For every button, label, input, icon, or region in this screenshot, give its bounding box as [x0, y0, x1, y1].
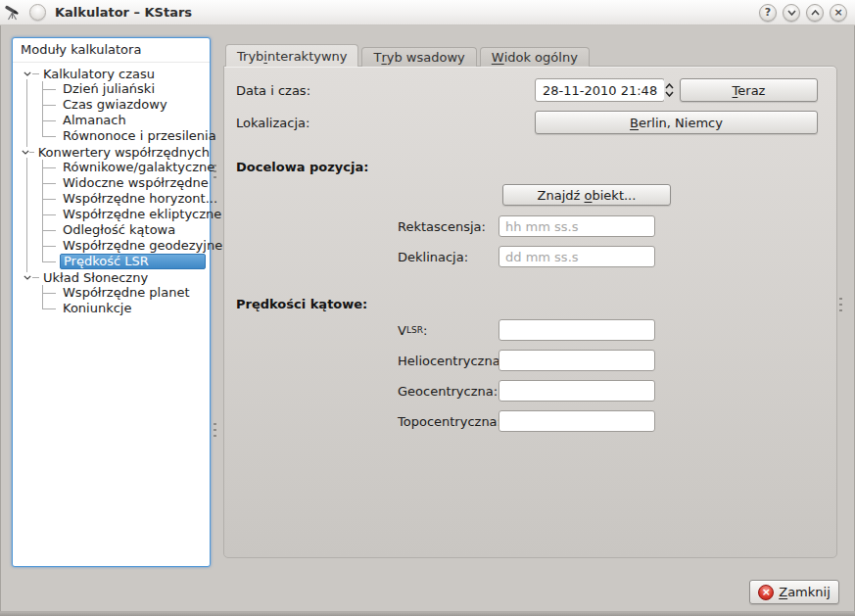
- splitter-handle[interactable]: [214, 423, 216, 437]
- geocentric-label: Geocentryczna:: [398, 380, 498, 402]
- right-ascension-label: Rektascensja:: [398, 215, 486, 237]
- tab-overview[interactable]: Widok ogólny: [480, 47, 590, 67]
- geocentric-input[interactable]: [499, 380, 655, 402]
- chevron-down-icon[interactable]: [22, 272, 32, 283]
- window-resize-handle[interactable]: [839, 298, 842, 311]
- target-position-section-label: Docelowa pozycja:: [236, 159, 368, 174]
- tab-interactive-mode[interactable]: Tryb interaktywny: [225, 44, 358, 67]
- tree-item-equinoxes-solstices[interactable]: Równonoce i przesilenia: [43, 128, 210, 144]
- tree-branch-tick: [29, 152, 34, 153]
- module-tree: Kalkulatory czasu Dzień juliański Czas g…: [13, 63, 210, 316]
- tree-item-julian-day[interactable]: Dzień juliański: [43, 81, 210, 97]
- module-tree-panel: Moduły kalkulatora Kalkulatory czasu Dzi…: [12, 37, 211, 567]
- tree-item-ecliptic-coordinates[interactable]: Współrzędne ekliptyczne: [43, 207, 210, 222]
- datetime-label: Data i czas:: [236, 78, 310, 102]
- tree-item-apparent-coordinates[interactable]: Widoczne współrzędne: [43, 175, 210, 191]
- datetime-spinner[interactable]: 28-11-2010 21:48: [535, 78, 665, 102]
- tree-children: Równikowe/galaktyczne Widoczne współrzęd…: [42, 160, 210, 269]
- titlebar[interactable]: Kalkulator – KStars ? ×: [0, 0, 855, 25]
- kstars-calculator-window: Kalkulator – KStars ? × Moduły kalkulato…: [0, 0, 855, 616]
- window-bottom-edge: [0, 611, 855, 616]
- chevron-down-icon: [787, 10, 796, 16]
- tree-group-row-time-calculators[interactable]: Kalkulatory czasu: [22, 66, 210, 81]
- declination-input[interactable]: [499, 246, 655, 267]
- tab-content-interactive: Data i czas: 28-11-2010 21:48 Teraz Loka…: [223, 66, 837, 558]
- topocentric-input[interactable]: [499, 410, 655, 432]
- tab-batch-mode[interactable]: Tryb wsadowy: [361, 47, 476, 67]
- tree-group-row-solar-system[interactable]: Układ Słoneczny: [22, 269, 210, 285]
- tree-group-label[interactable]: Układ Słoneczny: [43, 270, 148, 285]
- find-object-button[interactable]: Znajdź obiekt...: [502, 184, 671, 206]
- maximize-button[interactable]: [806, 4, 824, 22]
- close-icon: ×: [758, 585, 774, 600]
- window-menu-button[interactable]: [29, 4, 46, 21]
- tree-branch-tick: [32, 277, 39, 278]
- tree-header: Moduły kalkulatora: [13, 38, 210, 63]
- tree-item-lsr-velocity[interactable]: Prędkość LSR: [43, 254, 210, 269]
- tree-group-coordinate-converters: Konwertery współrzędnych Równikowe/galak…: [22, 144, 210, 269]
- chevron-down-icon[interactable]: [22, 69, 32, 79]
- tree-item-sidereal-time[interactable]: Czas gwiazdowy: [43, 97, 210, 113]
- tree-group-row-coordinate-converters[interactable]: Konwertery współrzędnych: [22, 144, 210, 160]
- tree-group-label[interactable]: Konwertery współrzędnych: [38, 145, 210, 160]
- tree-branch-tick: [32, 73, 39, 74]
- heliocentric-input[interactable]: [499, 350, 655, 371]
- location-button[interactable]: Berlin, Niemcy: [535, 111, 818, 134]
- tree-item-equatorial-galactic[interactable]: Równikowe/galaktyczne: [43, 160, 210, 175]
- now-button[interactable]: Teraz: [680, 78, 818, 102]
- window-close-button[interactable]: ×: [830, 4, 847, 22]
- shade-button[interactable]: [783, 4, 800, 22]
- close-dialog-button[interactable]: × Zamknij: [749, 580, 839, 604]
- tree-group-time-calculators: Kalkulatory czasu Dzień juliański Czas g…: [22, 66, 210, 144]
- tree-item-planet-coordinates[interactable]: Współrzędne planet: [43, 285, 210, 301]
- declination-label: Deklinacja:: [398, 246, 468, 267]
- kstars-telescope-icon: [4, 4, 22, 22]
- window-title: Kalkulator – KStars: [55, 5, 192, 20]
- tree-item-almanac[interactable]: Almanach: [43, 113, 210, 128]
- datetime-value[interactable]: 28-11-2010 21:48: [536, 83, 664, 98]
- spin-up-icon[interactable]: [665, 83, 674, 89]
- angular-velocities-section-label: Prędkości kątowe:: [236, 296, 367, 311]
- tree-item-angular-distance[interactable]: Odległość kątowa: [43, 222, 210, 238]
- heliocentric-label: Heliocentryczna:: [398, 350, 504, 371]
- location-label: Lokalizacja:: [236, 111, 309, 134]
- tree-item-horizontal-coordinates[interactable]: Współrzędne horyzont...: [43, 191, 210, 207]
- tabbar: Tryb interaktywny Tryb wsadowy Widok ogó…: [225, 44, 593, 67]
- tree-item-geodetic-coordinates[interactable]: Współrzędne geodezyjne: [43, 238, 210, 254]
- tree-item-conjunctions[interactable]: Koniunkcje: [43, 301, 210, 316]
- spinner-arrows[interactable]: [664, 79, 674, 101]
- vlsr-label: VLSR:: [398, 319, 427, 341]
- help-button[interactable]: ?: [759, 4, 777, 22]
- vlsr-input[interactable]: [499, 319, 655, 341]
- tree-children: Dzień juliański Czas gwiazdowy Almanach …: [42, 81, 210, 144]
- chevron-up-icon: [811, 10, 820, 16]
- topocentric-label: Topocentryczna:: [398, 410, 501, 432]
- spin-down-icon[interactable]: [665, 91, 674, 97]
- right-ascension-input[interactable]: [499, 215, 655, 237]
- chevron-down-icon[interactable]: [22, 147, 29, 158]
- tree-group-solar-system: Układ Słoneczny Współrzędne planet Koniu…: [22, 269, 210, 316]
- tree-group-label[interactable]: Kalkulatory czasu: [43, 67, 155, 81]
- tree-children: Współrzędne planet Koniunkcje: [42, 285, 210, 316]
